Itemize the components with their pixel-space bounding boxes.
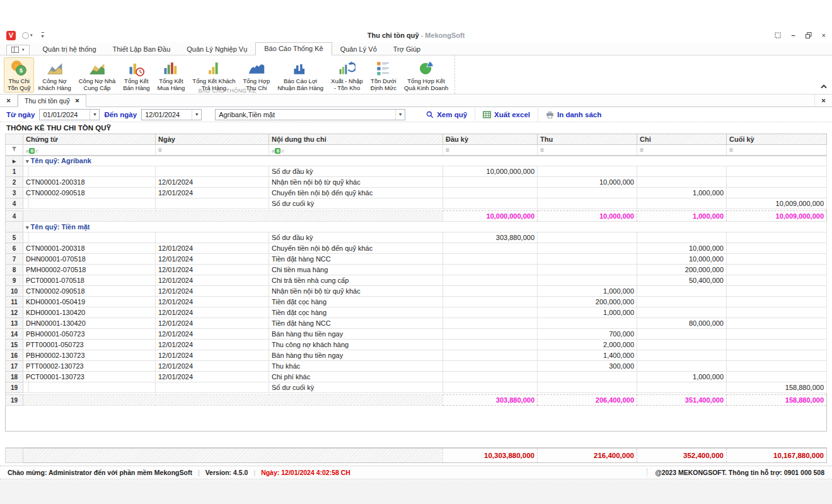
cell-dauky[interactable] bbox=[443, 265, 538, 275]
cell-thu[interactable]: 2,000,000 bbox=[538, 340, 637, 350]
chevron-down-icon[interactable]: ▼ bbox=[395, 110, 405, 120]
chevron-down-icon[interactable]: ▾ bbox=[30, 33, 33, 38]
cell-chungtu[interactable]: PBH00001-050723 bbox=[23, 329, 156, 340]
cell-dauky[interactable] bbox=[443, 350, 538, 361]
filter-equals-icon[interactable]: = bbox=[729, 147, 733, 154]
cell-cuoiky[interactable] bbox=[727, 350, 827, 361]
cell-chi[interactable]: 200,000,000 bbox=[637, 265, 727, 275]
cell-cuoiky[interactable] bbox=[727, 318, 827, 329]
cell-chungtu[interactable]: CTN00001-200318 bbox=[23, 243, 156, 254]
cell-chi[interactable] bbox=[637, 361, 727, 372]
menu-tab-quan-ly-vo[interactable]: Quản Lý Vỏ bbox=[332, 43, 385, 55]
column-header-ngay[interactable]: Ngày bbox=[156, 134, 269, 145]
cell-chungtu[interactable] bbox=[23, 166, 156, 177]
fund-select[interactable]: Agribank,Tiền mặt▼ bbox=[215, 109, 405, 120]
cell-noidung[interactable]: Bán hàng thu tiền ngay bbox=[269, 350, 443, 361]
cell-chungtu[interactable]: PMH00002-070518 bbox=[23, 265, 156, 275]
cell-thu[interactable]: 700,000 bbox=[538, 329, 637, 340]
column-header-noidung[interactable]: Nội dung thu chi bbox=[269, 134, 443, 145]
cell-cuoiky[interactable] bbox=[727, 275, 827, 286]
view-fund-button[interactable]: Xem quỹ bbox=[419, 108, 475, 121]
cell-chi[interactable] bbox=[637, 340, 727, 350]
cell-dauky[interactable] bbox=[443, 307, 538, 318]
cell-ngay[interactable] bbox=[156, 382, 269, 393]
chevron-down-icon[interactable]: ▼ bbox=[192, 110, 201, 120]
cell-chi[interactable] bbox=[637, 198, 727, 209]
cell-chi[interactable]: 80,000,000 bbox=[637, 318, 727, 329]
cell-ngay[interactable]: 12/01/2024 bbox=[156, 350, 269, 361]
cell-cuoiky[interactable] bbox=[727, 372, 827, 382]
collapse-triangle-icon[interactable]: ▾ bbox=[26, 224, 29, 231]
cell-thu[interactable] bbox=[538, 372, 637, 382]
cell-dauky[interactable] bbox=[443, 382, 538, 393]
column-header-cuoiky[interactable]: Cuối kỳ bbox=[727, 134, 827, 145]
cell-dauky[interactable]: 303,880,000 bbox=[443, 232, 538, 243]
cell-chungtu[interactable]: KDH00001-130420 bbox=[23, 307, 156, 318]
close-strip-icon[interactable]: ✕ bbox=[814, 94, 832, 106]
cell-ngay[interactable]: 12/01/2024 bbox=[156, 265, 269, 275]
cell-cuoiky[interactable] bbox=[727, 188, 827, 198]
cell-ngay[interactable]: 12/01/2024 bbox=[156, 372, 269, 382]
cell-ngay[interactable]: 12/01/2024 bbox=[156, 340, 269, 350]
cell-thu[interactable] bbox=[538, 382, 637, 393]
cell-noidung[interactable]: Số dư đầu kỳ bbox=[269, 166, 443, 177]
cell-chi[interactable]: 10,000,000 bbox=[637, 254, 727, 265]
filter-cell-thu[interactable]: = bbox=[538, 145, 637, 156]
cell-ngay[interactable] bbox=[156, 198, 269, 209]
collapse-triangle-icon[interactable]: ▾ bbox=[26, 158, 29, 164]
cell-ngay[interactable]: 12/01/2024 bbox=[156, 188, 269, 198]
cell-dauky[interactable]: 10,000,000,000 bbox=[443, 166, 538, 177]
column-header-dauky[interactable]: Đầu kỳ bbox=[443, 134, 538, 145]
cell-ngay[interactable]: 12/01/2024 bbox=[156, 254, 269, 265]
close-tab-icon[interactable]: ✕ bbox=[75, 98, 80, 104]
cell-thu[interactable] bbox=[538, 275, 637, 286]
cell-ngay[interactable]: 12/01/2024 bbox=[156, 307, 269, 318]
cell-noidung[interactable]: Số dư đầu kỳ bbox=[269, 232, 443, 243]
cell-thu[interactable]: 1,000,000 bbox=[538, 307, 637, 318]
cell-chungtu[interactable]: PCT00001-130723 bbox=[23, 372, 156, 382]
mdi-layout-button[interactable]: ▾ bbox=[6, 45, 30, 55]
cell-cuoiky[interactable]: 158,880,000 bbox=[727, 382, 827, 393]
cell-noidung[interactable]: Tiền đặt cọc hàng bbox=[269, 297, 443, 307]
cell-thu[interactable] bbox=[538, 188, 637, 198]
cell-cuoiky[interactable] bbox=[727, 166, 827, 177]
cell-chi[interactable]: 1,000,000 bbox=[637, 372, 727, 382]
cell-chungtu[interactable]: CTN00001-200318 bbox=[23, 177, 156, 188]
cell-cuoiky[interactable] bbox=[727, 254, 827, 265]
cell-cuoiky[interactable] bbox=[727, 177, 827, 188]
cell-dauky[interactable] bbox=[443, 318, 538, 329]
from-date-input[interactable]: 01/01/2024▼ bbox=[39, 109, 100, 120]
cell-chi[interactable] bbox=[637, 297, 727, 307]
cell-noidung[interactable]: Tiền đặt hàng NCC bbox=[269, 318, 443, 329]
cell-noidung[interactable]: Thu khác bbox=[269, 361, 443, 372]
cell-dauky[interactable] bbox=[443, 177, 538, 188]
cell-chi[interactable]: 10,000,000 bbox=[637, 243, 727, 254]
cell-cuoiky[interactable] bbox=[727, 307, 827, 318]
cell-thu[interactable] bbox=[538, 265, 637, 275]
cell-chungtu[interactable] bbox=[23, 382, 156, 393]
cell-dauky[interactable] bbox=[443, 198, 538, 209]
close-all-tabs-icon[interactable]: ✕ bbox=[0, 94, 18, 106]
cell-cuoiky[interactable] bbox=[727, 232, 827, 243]
cell-ngay[interactable]: 12/01/2024 bbox=[156, 275, 269, 286]
filter-cell-ngay[interactable]: = bbox=[156, 145, 269, 156]
cell-cuoiky[interactable] bbox=[727, 329, 827, 340]
filter-cell-chi[interactable]: = bbox=[637, 145, 727, 156]
cell-chungtu[interactable]: KDH00001-050419 bbox=[23, 297, 156, 307]
cell-chi[interactable] bbox=[637, 286, 727, 297]
cell-thu[interactable] bbox=[538, 243, 637, 254]
cell-ngay[interactable]: 12/01/2024 bbox=[156, 243, 269, 254]
cell-ngay[interactable]: 12/01/2024 bbox=[156, 297, 269, 307]
cell-chungtu[interactable]: DHN00001-070518 bbox=[23, 254, 156, 265]
cell-ngay[interactable]: 12/01/2024 bbox=[156, 318, 269, 329]
cell-noidung[interactable]: Số dư cuối kỳ bbox=[269, 382, 443, 393]
cell-dauky[interactable] bbox=[443, 340, 538, 350]
menu-tab-bao-cao-thong-ke[interactable]: Báo Cáo Thống Kê bbox=[255, 42, 332, 55]
cell-dauky[interactable] bbox=[443, 275, 538, 286]
cell-ngay[interactable]: 12/01/2024 bbox=[156, 329, 269, 340]
column-header-chungtu[interactable]: Chứng từ bbox=[23, 134, 156, 145]
cell-chungtu[interactable]: PCT00001-070518 bbox=[23, 275, 156, 286]
cell-dauky[interactable] bbox=[443, 297, 538, 307]
cell-chungtu[interactable]: CTN00002-090518 bbox=[23, 188, 156, 198]
cell-noidung[interactable]: Tiền đặt cọc hàng bbox=[269, 307, 443, 318]
